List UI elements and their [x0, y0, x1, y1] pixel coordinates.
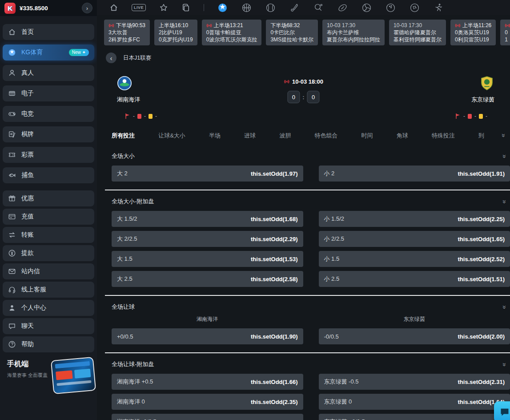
odds-cell[interactable]: 小 2/2.5this.setOdd(1.65)	[319, 231, 510, 247]
odds-label: 小 2	[324, 170, 335, 178]
tab-2[interactable]: 半场	[209, 132, 221, 140]
sidebar-item-user[interactable]: 个人中心	[3, 300, 94, 316]
match-card[interactable]: 10-03 17:30布内卡兰萨维夏普尔布内阿拉拉阿拉	[322, 20, 385, 45]
odds-cell[interactable]: 东京绿茵 -0.5this.setOdd(2.31)	[319, 374, 510, 390]
market-rows: 湘南海洋 +0.5this.setOdd(1.66)东京绿茵 -0.5this.…	[112, 374, 510, 420]
market-team-headers: 湘南海洋东京绿茵	[112, 315, 510, 323]
sidebar-item-home[interactable]: 首页	[3, 24, 94, 40]
away-team-badge	[479, 76, 494, 91]
odds-cell[interactable]: -0/0.5this.setOdd(2.00)	[319, 328, 510, 344]
fish-icon	[8, 171, 16, 179]
favorites-star-icon[interactable]	[159, 3, 168, 12]
odds-cell[interactable]: 小 1.5this.setOdd(2.52)	[319, 251, 510, 267]
tab-0[interactable]: 所有投注	[112, 132, 135, 140]
away-score: 0	[307, 91, 320, 103]
sidebar-item-fish[interactable]: 捕鱼	[3, 167, 94, 183]
sport-basketball-icon[interactable]	[241, 3, 252, 13]
market-section-header: 全场大小-附加盘»	[112, 198, 510, 206]
sidebar-item-help[interactable]: 帮助	[3, 336, 94, 352]
match-card[interactable]: 10-03 17:30霍德哈萨隆夏普尔基利亚特阿娜夏普尔	[389, 20, 446, 45]
sport-baseball-icon[interactable]	[265, 3, 276, 13]
collapse-chevron-icon[interactable]: »	[501, 305, 508, 309]
tab-9[interactable]: 到	[478, 132, 484, 140]
odds-cell[interactable]: 小 1.5/2this.setOdd(2.25)	[319, 211, 510, 227]
odds-value: this.setOdd(2.00)	[458, 333, 505, 340]
match-card[interactable]: 上半场16:102比萨U190克罗托内U19	[154, 20, 197, 45]
sidebar-item-label: 个人中心	[21, 304, 46, 312]
odds-cell[interactable]: 东京绿茵 0this.setOdd(1.64)	[319, 394, 510, 410]
sidebar-item-gamepad[interactable]: 电竞	[3, 106, 94, 122]
odds-cell[interactable]: 大 2/2.5this.setOdd(2.29)	[112, 231, 303, 247]
match-card-team: 3MS提拉哈卡默尔	[270, 36, 313, 43]
sidebar-item-person[interactable]: 真人	[3, 65, 94, 81]
sport-badminton-icon[interactable]	[289, 3, 300, 13]
match-card[interactable]: 下半场68:320卡巴比尔3MS提拉哈卡默尔	[266, 20, 318, 45]
match-card[interactable]: 上半场13:210普瑞卡帕提亚0波尔塔瓦沃尔斯克拉	[202, 20, 262, 45]
tab-7[interactable]: 角球	[397, 132, 408, 140]
match-card[interactable]: 上半场01	[500, 20, 510, 45]
chat-support-button[interactable]	[494, 401, 510, 420]
markets-list: 全场大小»大 2this.setOdd(1.97)小 2this.setOdd(…	[97, 143, 510, 420]
odds-cell[interactable]: 大 1.5/2this.setOdd(1.68)	[112, 211, 303, 227]
sidebar-item-chat[interactable]: 聊天	[3, 318, 94, 334]
sport-volleyball-icon[interactable]	[361, 3, 372, 13]
collapse-chevron-icon[interactable]: »	[501, 154, 508, 158]
balance-expand-button[interactable]: ›	[82, 3, 92, 13]
odds-cell[interactable]: 大 2this.setOdd(1.97)	[112, 166, 303, 182]
tab-8[interactable]: 特殊投注	[432, 132, 455, 140]
odds-label: 大 1.5	[117, 255, 133, 263]
sport-golf-icon[interactable]	[410, 3, 420, 13]
tab-5[interactable]: 特色组合	[314, 132, 337, 140]
odds-cell[interactable]: 湘南海洋 -0/0.5this.setOdd(2.75)	[112, 414, 303, 420]
live-nav-button[interactable]: LIVE	[132, 4, 146, 11]
sidebar-item-soccer[interactable]: KG体育New ✦	[3, 44, 94, 61]
odds-cell[interactable]: 大 2.5this.setOdd(2.58)	[112, 271, 303, 287]
odds-label: 湘南海洋 +0.5	[117, 378, 153, 386]
odds-cell[interactable]: 东京绿茵 +0/0.5this.setOdd(	[319, 414, 510, 420]
expand-tabs-chevron-icon[interactable]: »	[500, 133, 507, 137]
match-card-time: 10-03 17:30	[394, 22, 442, 29]
market-team-header: 湘南海洋	[112, 315, 303, 323]
tab-4[interactable]: 波胆	[279, 132, 291, 140]
collapse-chevron-icon[interactable]: »	[501, 200, 508, 203]
market-rows: 大 1.5/2this.setOdd(1.68)小 1.5/2this.setO…	[112, 211, 510, 287]
odds-cell[interactable]: 湘南海洋 +0.5this.setOdd(1.66)	[112, 374, 303, 390]
sport-running-icon[interactable]	[434, 3, 444, 13]
collapse-chevron-icon[interactable]: »	[501, 363, 508, 366]
tab-3[interactable]: 进球	[244, 132, 256, 140]
sidebar-item-transfer[interactable]: 转账	[3, 227, 94, 243]
sidebar-menu: 首页KG体育New ✦真人电子电竞棋牌彩票捕鱼优惠充值转账提款站内信线上客服个人…	[0, 16, 97, 352]
back-button[interactable]: ‹	[106, 52, 116, 63]
sidebar-item-mail[interactable]: 站内信	[3, 263, 94, 279]
sport-tabletennis-icon[interactable]	[313, 3, 324, 13]
corner-count: -	[463, 113, 465, 119]
odds-cell[interactable]: 小 2this.setOdd(1.91)	[319, 166, 510, 182]
brand-logo[interactable]: K	[4, 3, 16, 14]
sidebar-item-card[interactable]: 充值	[3, 209, 94, 225]
sidebar-item-tile[interactable]: 棋牌	[3, 126, 94, 142]
gift-icon	[8, 194, 16, 202]
sport-rugby-icon[interactable]	[337, 3, 348, 13]
odds-value: this.setOdd(2.35)	[251, 399, 297, 405]
sport-bowling-icon[interactable]	[386, 3, 396, 13]
my-bets-icon[interactable]	[181, 3, 190, 12]
sidebar-item-slot[interactable]: 电子	[3, 85, 94, 101]
sidebar-item-gift[interactable]: 优惠	[3, 190, 94, 206]
odds-cell[interactable]: +0/0.5this.setOdd(1.90)	[112, 328, 303, 344]
tab-6[interactable]: 时间	[361, 132, 373, 140]
odds-label: +0/0.5	[117, 333, 133, 340]
sidebar-item-label: 提款	[21, 249, 34, 257]
sidebar-item-withdraw[interactable]: 提款	[3, 245, 94, 261]
odds-value: this.setOdd(2.58)	[251, 276, 297, 283]
home-icon[interactable]	[109, 3, 118, 12]
match-card[interactable]: 下半场90:533大坎普2科罗拉多FC	[104, 20, 150, 45]
sidebar-item-ticket[interactable]: 彩票	[3, 147, 94, 163]
match-card[interactable]: 上半场11:260奥洛莫茨U190利贝雷茨U19	[450, 20, 496, 45]
tab-1[interactable]: 让球&大小	[158, 132, 185, 140]
match-card-team: 0普瑞卡帕提亚	[206, 29, 257, 36]
odds-cell[interactable]: 大 1.5this.setOdd(1.53)	[112, 251, 303, 267]
sport-soccer-icon[interactable]	[217, 3, 228, 13]
odds-cell[interactable]: 湘南海洋 0this.setOdd(2.35)	[112, 394, 303, 410]
odds-cell[interactable]: 小 2.5this.setOdd(1.51)	[319, 271, 510, 287]
sidebar-item-headset[interactable]: 线上客服	[3, 282, 94, 298]
